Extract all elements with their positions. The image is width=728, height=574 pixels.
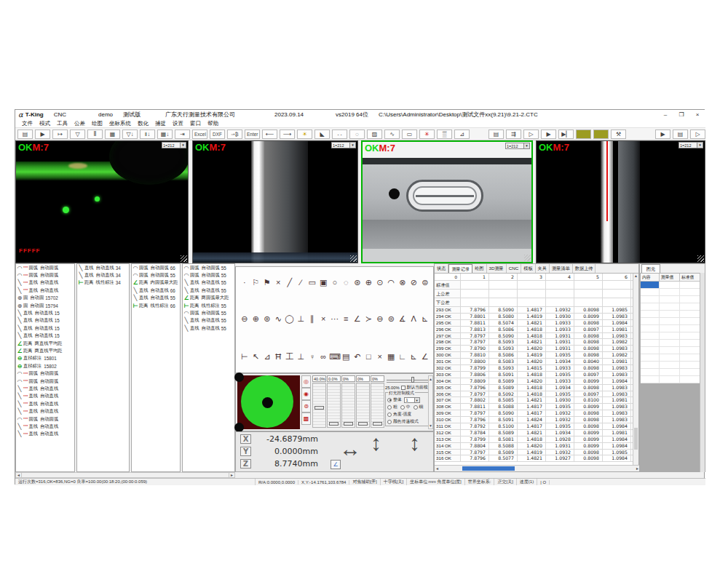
feature-item[interactable]: ╲***直线自动直线	[16, 279, 74, 287]
feature-item[interactable]: ∠距离两圆弧最大距	[183, 295, 234, 302]
dashed-button[interactable]: - -	[332, 129, 347, 139]
feature-item[interactable]: ╲直线自动直线66	[132, 287, 180, 294]
feature-item[interactable]: ⊢距离线性标注55	[183, 302, 234, 309]
radio-粗[interactable]	[387, 405, 392, 410]
table-vertical-scrollbar[interactable]: ▲	[633, 274, 638, 466]
feature-item[interactable]: ╲***直线自动直线	[16, 423, 74, 430]
measure-tool-icon-row2-15[interactable]: Λ	[408, 314, 420, 325]
ring-mode-button-2[interactable]: ⊚	[301, 400, 311, 412]
ring-mode-button-3[interactable]: ▩	[301, 412, 311, 425]
table-row[interactable]: 314 OK7.88048.50881.48201.09310.80991.09…	[435, 443, 638, 450]
measure-tool-icon-row3-14[interactable]: ∟	[397, 351, 408, 363]
tab-测量记录[interactable]: 测量记录	[448, 264, 472, 273]
slider-thumb[interactable]	[373, 422, 382, 426]
menu-item-绘图[interactable]: 绘图	[92, 120, 103, 127]
menu-item-模式[interactable]: 模式	[39, 120, 50, 127]
menu-item-公差[interactable]: 公差	[74, 120, 85, 127]
feature-item[interactable]: ∠距离内圆弧最大距	[132, 279, 180, 287]
slider-track[interactable]	[327, 383, 341, 428]
tab-3D测量[interactable]: 3D测量	[487, 264, 507, 273]
play-to-end-button[interactable]: ▶▏	[558, 129, 574, 139]
measure-tool-icon-row2-8[interactable]: ⋯	[329, 314, 341, 325]
measure-tool-icon-row3-7[interactable]: ∞	[318, 351, 330, 363]
curve-1-button[interactable]: ∿	[384, 129, 400, 139]
curve-2-button[interactable]: ⊿	[454, 129, 470, 139]
element-row[interactable]	[641, 311, 700, 318]
feature-item[interactable]: ⊕圆自动圆15794	[16, 302, 74, 309]
measure-tool-icon-row2-3[interactable]: ∿	[273, 314, 285, 325]
measure-tool-icon-row3-8[interactable]: ⌨	[329, 351, 341, 363]
measure-tool-icon-row1-10[interactable]: ⊛	[352, 277, 363, 289]
open-3-button[interactable]: ▷	[690, 129, 705, 139]
lasso-button[interactable]: ◌	[349, 129, 365, 139]
camera-view-4[interactable]: OKM:7 1=212▾	[536, 140, 705, 263]
measure-tool-icon-row2-10[interactable]: ∠	[352, 314, 363, 325]
plane-down-button[interactable]: ▦↓	[157, 129, 173, 139]
feature-item[interactable]: ╲***直线自动直线	[16, 400, 74, 407]
feature-item[interactable]: ◠***圆弧自动圆弧	[16, 264, 74, 271]
measure-tool-icon-row3-15[interactable]: ⊾	[408, 351, 420, 363]
measure-tool-icon-row2-12[interactable]: ⊖	[374, 314, 386, 325]
table-row[interactable]: 309 OK7.87978.50901.48171.09320.80981.09…	[435, 410, 638, 417]
tab-夹具[interactable]: 夹具	[536, 264, 550, 273]
radio-细[interactable]	[414, 405, 418, 410]
measure-tool-icon-row2-9[interactable]: ≡	[341, 314, 352, 325]
measure-tool-icon-row2-13[interactable]: ⊜	[386, 314, 397, 325]
element-row[interactable]	[641, 282, 700, 289]
menu-item-坐标系统[interactable]: 坐标系统	[109, 120, 131, 127]
measure-tool-icon-row2-7[interactable]: ×	[318, 314, 330, 325]
table-row[interactable]: 300 OK7.88108.50861.48191.09350.80981.09…	[435, 352, 638, 359]
edge-down-button[interactable]: ‖↓	[140, 129, 155, 139]
light-channel-combo[interactable]: 1 ▾	[404, 397, 420, 403]
play-2-button[interactable]: ▶	[655, 129, 670, 139]
feature-item[interactable]: ╲直线自动直线34	[77, 271, 129, 279]
table-row[interactable]: 302 OK7.87998.50931.48151.09330.80981.09…	[435, 365, 638, 372]
element-row[interactable]	[641, 296, 700, 303]
table-row[interactable]: 303 OK7.88068.50911.48181.09350.80971.09…	[435, 372, 638, 378]
table-row[interactable]: 316 OK7.87968.50771.48211.09270.80981.09…	[435, 455, 638, 462]
open-2-button[interactable]: ▷	[523, 129, 539, 139]
slider-track[interactable]	[356, 383, 370, 428]
menu-item-窗口[interactable]: 窗口	[190, 120, 201, 127]
measure-tool-icon-row2-11[interactable]: ≻	[363, 314, 375, 325]
element-row[interactable]	[641, 340, 700, 347]
camera1-resize-grip[interactable]	[181, 255, 187, 262]
image-button[interactable]: ◣	[314, 129, 330, 139]
star-button[interactable]: ✳	[419, 129, 435, 139]
feature-item[interactable]: ╲直线自动直线55	[132, 295, 180, 302]
element-row[interactable]	[641, 369, 700, 376]
element-tab[interactable]: 图元	[641, 264, 660, 273]
feature-item[interactable]: ╲***直线自动直线	[16, 407, 74, 415]
menu-item-设置[interactable]: 设置	[173, 120, 183, 127]
measure-tool-icon-row2-2[interactable]: ⊛	[261, 314, 273, 325]
open-run-button[interactable]: ▶	[35, 129, 50, 139]
feature-item[interactable]: ◠圆弧自动圆弧55	[132, 271, 180, 279]
element-row[interactable]	[641, 347, 700, 354]
ruler-button[interactable]: ⇀₿	[227, 129, 242, 139]
element-panel-scrollbar[interactable]	[700, 273, 705, 472]
feature-item[interactable]: ╲直线自动直线15	[16, 309, 74, 316]
table-row[interactable]: 315 OK7.87978.50891.48191.09320.80981.09…	[435, 450, 638, 456]
feature-item[interactable]: ⊢距离线性标注66	[132, 302, 180, 309]
measure-tool-icon-row1-6[interactable]: ▭	[306, 277, 318, 289]
feature-item[interactable]: ∠距离两直线平均距	[16, 340, 74, 347]
camera-view-2[interactable]: OKM:7 1=212▾	[192, 140, 358, 263]
menu-item-帮助[interactable]: 帮助	[207, 120, 218, 127]
enter-button[interactable]: Enter	[245, 129, 260, 139]
plane-button[interactable]: ▦	[105, 129, 120, 139]
feature-item[interactable]: ╲直线自动直线34	[77, 264, 129, 271]
measure-tool-icon-row3-9[interactable]: ▤	[341, 351, 352, 363]
move-to-button[interactable]: ⇥	[175, 129, 190, 139]
measure-tool-icon-row3-16[interactable]: ∠	[419, 351, 431, 363]
table-row[interactable]: 308 OK7.88118.50881.48171.09350.80991.09…	[435, 404, 638, 410]
slider-thumb[interactable]	[344, 422, 353, 426]
measure-tool-icon-row3-2[interactable]: ⊿	[261, 351, 273, 363]
arrow-right-button[interactable]: ⟶	[280, 129, 295, 139]
save-3-button[interactable]: ▤	[673, 129, 688, 139]
table-horizontal-scrollbar[interactable]: ◄►	[435, 465, 640, 471]
feature-item[interactable]: ∠距离两直线平均距	[16, 347, 74, 354]
radio-overall[interactable]	[387, 398, 392, 402]
table-row[interactable]: 301 OK7.88008.50831.48201.09340.80401.09…	[435, 359, 638, 365]
stop-button[interactable]: ■	[576, 129, 591, 139]
feature-item[interactable]: ⊖直径标注15801	[16, 355, 74, 362]
